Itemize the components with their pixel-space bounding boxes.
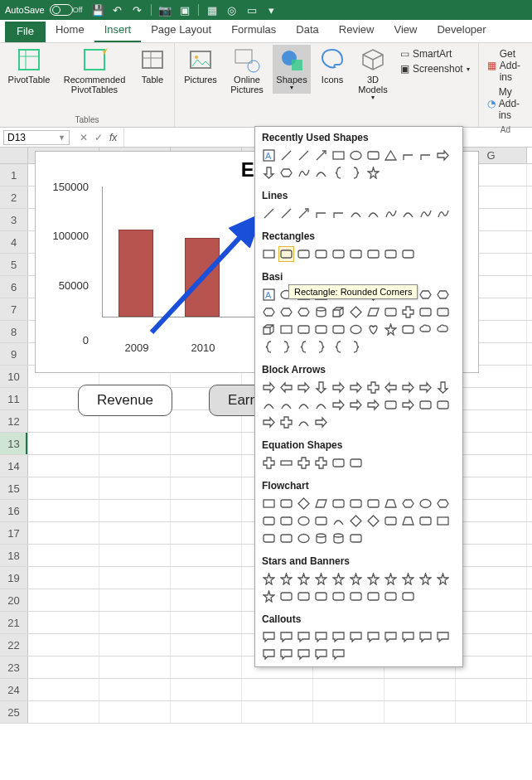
cell[interactable] (99, 656, 171, 678)
shape-star[interactable] (365, 571, 381, 587)
chart-bar[interactable] (185, 238, 220, 317)
cell[interactable] (99, 545, 171, 566)
tab-formulas[interactable]: Formulas (221, 20, 286, 42)
shape-star[interactable] (348, 571, 364, 587)
shape-rrect[interactable] (435, 397, 451, 413)
shape-txt[interactable]: A (261, 148, 277, 163)
shape-darrow[interactable] (261, 165, 277, 181)
shape-hex[interactable] (261, 304, 277, 320)
row-header[interactable]: 12 (0, 410, 28, 432)
shape-paral[interactable] (365, 304, 381, 320)
fx-icon[interactable]: fx (109, 132, 117, 143)
record-icon[interactable]: ◎ (222, 4, 242, 17)
cell[interactable] (28, 612, 99, 633)
cell[interactable] (99, 634, 171, 656)
shape-rrect[interactable] (331, 455, 346, 471)
cell[interactable] (456, 455, 527, 477)
shape-oval[interactable] (418, 496, 433, 511)
tab-file[interactable]: File (5, 22, 46, 42)
tab-view[interactable]: View (384, 20, 427, 42)
shape-plus[interactable] (278, 414, 294, 430)
shape-star[interactable] (383, 571, 399, 587)
shape-rrect[interactable] (278, 530, 294, 546)
shape-diam[interactable] (365, 513, 381, 529)
cell[interactable] (456, 410, 527, 432)
shape-rarrow[interactable] (400, 397, 416, 413)
cell[interactable] (28, 634, 99, 656)
shape-plus[interactable] (400, 304, 416, 320)
pictures-button[interactable]: Pictures (180, 45, 221, 86)
shape-rrect[interactable] (383, 397, 399, 413)
shape-brace2[interactable] (278, 339, 294, 355)
shape-rrect[interactable] (383, 246, 399, 262)
shape-star[interactable] (261, 589, 277, 604)
cell[interactable] (456, 656, 527, 678)
cell[interactable] (313, 679, 384, 700)
camera-icon[interactable]: 📷 (155, 4, 175, 17)
cell[interactable] (99, 612, 171, 633)
shape-rrect[interactable] (313, 513, 329, 529)
shape-rrect[interactable] (296, 246, 312, 262)
shape-line[interactable] (278, 148, 294, 163)
cell[interactable] (384, 701, 456, 723)
cell[interactable] (456, 679, 527, 700)
shape-rrect[interactable] (331, 589, 346, 604)
shape-larrow[interactable] (383, 380, 399, 395)
shape-rrect[interactable] (348, 455, 364, 471)
shape-rrect[interactable] (400, 322, 416, 337)
cell[interactable] (99, 522, 171, 544)
cell[interactable] (99, 433, 171, 454)
shape-rrect[interactable] (313, 589, 329, 604)
shape-callout[interactable] (331, 647, 346, 662)
cell[interactable] (384, 679, 456, 700)
shape-rrect[interactable] (418, 397, 433, 413)
cell[interactable] (28, 455, 99, 477)
cell[interactable] (171, 500, 242, 521)
shape-diam[interactable] (348, 513, 364, 529)
cell[interactable] (28, 679, 99, 700)
cell[interactable] (171, 455, 242, 477)
row-header[interactable]: 24 (0, 679, 28, 700)
shape-rrect[interactable] (400, 589, 416, 604)
shape-rrect[interactable] (348, 246, 364, 262)
shape-rrect[interactable] (383, 589, 399, 604)
cell[interactable] (171, 634, 242, 656)
shape-elbow[interactable] (331, 206, 346, 221)
cell[interactable] (242, 701, 313, 723)
shapes-button[interactable]: Shapes▾ (273, 45, 311, 94)
shape-callout[interactable] (348, 629, 364, 645)
autosave-toggle[interactable] (50, 4, 73, 16)
row-header[interactable]: 23 (0, 656, 28, 678)
shape-curve[interactable] (348, 206, 364, 221)
shape-callout[interactable] (331, 629, 346, 645)
redo-icon[interactable]: ↷ (128, 4, 148, 17)
cell[interactable] (456, 522, 527, 544)
shape-free[interactable] (418, 206, 433, 221)
shape-elbow[interactable] (313, 206, 329, 221)
shape-trap[interactable] (400, 513, 416, 529)
cell[interactable] (28, 522, 99, 544)
cell[interactable] (99, 500, 171, 521)
shape-line[interactable] (278, 206, 294, 221)
shape-brace[interactable] (296, 339, 312, 355)
shape-cyl[interactable] (313, 530, 329, 546)
row-header[interactable]: 14 (0, 455, 28, 477)
cell[interactable] (242, 679, 313, 700)
shape-callout[interactable] (435, 629, 451, 645)
tab-insert[interactable]: Insert (94, 20, 142, 42)
shape-rrect[interactable] (383, 513, 399, 529)
shape-plus[interactable] (296, 455, 312, 471)
cell[interactable] (456, 433, 527, 454)
tab-review[interactable]: Review (329, 20, 384, 42)
shape-arrow[interactable] (313, 148, 329, 163)
shape-heart[interactable] (365, 322, 381, 337)
shape-rrect[interactable] (365, 589, 381, 604)
row-header[interactable]: 9 (0, 343, 28, 365)
cell[interactable] (99, 679, 171, 700)
shape-diam[interactable] (296, 496, 312, 511)
shape-callout[interactable] (278, 647, 294, 662)
select-all-button[interactable] (0, 148, 28, 163)
cell[interactable] (28, 500, 99, 521)
shape-rrect[interactable] (365, 246, 381, 262)
shape-curve[interactable] (331, 513, 346, 529)
